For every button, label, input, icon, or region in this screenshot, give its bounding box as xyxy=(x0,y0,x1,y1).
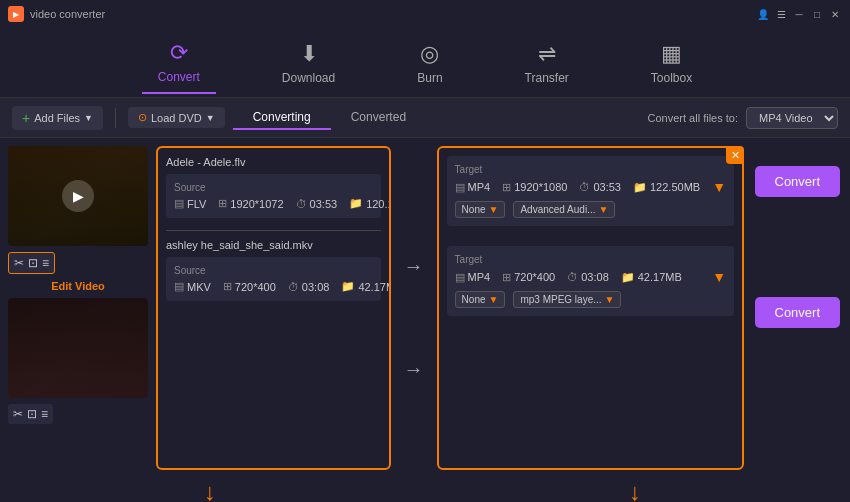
scissors-icon[interactable]: ✂ xyxy=(14,256,24,270)
crop-icon-2[interactable]: ⊡ xyxy=(27,407,37,421)
crop-icon[interactable]: ⊡ xyxy=(28,256,38,270)
convert-button-1[interactable]: Convert xyxy=(755,166,840,197)
resolution-icon-1: ⊞ xyxy=(218,197,227,210)
target-row-1: ▤ MP4 ⊞ 1920*1080 ⏱ 03:53 📁 122.50MB xyxy=(455,179,726,195)
audio-select-arrow-1a: ▼ xyxy=(489,204,499,215)
file-divider xyxy=(166,230,381,231)
size-tag-1: 📁 120.16MB xyxy=(349,197,390,210)
convert-buttons-panel: Convert Convert xyxy=(752,146,842,470)
close-output-button[interactable]: ✕ xyxy=(726,146,744,164)
settings-icon[interactable]: ≡ xyxy=(42,256,49,270)
nav-toolbox[interactable]: ▦ Toolbox xyxy=(635,33,708,93)
duration-tag-1: ⏱ 03:53 xyxy=(296,198,338,210)
duration-icon-1: ⏱ xyxy=(296,198,307,210)
target-size-icon-2: 📁 xyxy=(621,271,635,284)
output-annotation-arrow: ↓ xyxy=(629,478,641,502)
add-files-arrow-icon: ▼ xyxy=(84,113,93,123)
resolution-tag-2: ⊞ 720*400 xyxy=(223,280,276,293)
size-icon-1: 📁 xyxy=(349,197,363,210)
target-info-1: Target ▤ MP4 ⊞ 1920*1080 ⏱ 03:53 xyxy=(447,156,734,226)
app-logo: ▶ xyxy=(8,6,24,22)
target-res-icon-1: ⊞ xyxy=(502,181,511,194)
file-name-2: ashley he_said_she_said.mkv xyxy=(166,239,381,251)
load-dvd-arrow-icon: ▼ xyxy=(206,113,215,123)
convert-button-2[interactable]: Convert xyxy=(755,297,840,328)
edit-video-label: Edit Video xyxy=(8,280,148,292)
target-dur-icon-2: ⏱ xyxy=(567,271,578,283)
target-item-2: Target ▤ MP4 ⊞ 720*400 ⏱ 03:08 xyxy=(447,246,734,316)
input-annotation: ↓ Input File Information xyxy=(149,478,272,502)
nav-convert-label: Convert xyxy=(158,70,200,84)
target-dropdown-row-1: None ▼ Advanced Audi... ▼ xyxy=(455,201,726,218)
download-nav-icon: ⬇ xyxy=(300,41,318,67)
video-thumbnail-1: ▶ xyxy=(8,146,148,246)
audio-select-1b[interactable]: Advanced Audi... ▼ xyxy=(513,201,615,218)
target-item-1: Target ▤ MP4 ⊞ 1920*1080 ⏱ 03:53 xyxy=(447,156,734,226)
audio-select-arrow-2a: ▼ xyxy=(489,294,499,305)
file-item-1: Adele - Adele.flv Source ▤ FLV ⊞ 1920*10… xyxy=(166,156,381,218)
source-label-1: Source xyxy=(174,182,373,193)
target-dur-icon-1: ⏱ xyxy=(579,181,590,193)
toolbar-separator xyxy=(115,108,116,128)
nav-burn[interactable]: ◎ Burn xyxy=(401,33,458,93)
audio-select-2b[interactable]: mp3 MPEG laye... ▼ xyxy=(513,291,621,308)
annotations-bar: ↓ Input File Information ↓ Output File I… xyxy=(0,478,850,502)
file-name-1: Adele - Adele.flv xyxy=(166,156,381,168)
target-format-icon-1: ▤ xyxy=(455,181,465,194)
target-size-1: 📁 122.50MB xyxy=(633,181,700,194)
source-label-2: Source xyxy=(174,265,373,276)
resolution-icon-2: ⊞ xyxy=(223,280,232,293)
minimize-btn[interactable]: ─ xyxy=(792,7,806,21)
input-annotation-arrow: ↓ xyxy=(204,478,216,502)
tab-converting[interactable]: Converting xyxy=(233,106,331,130)
tab-group: Converting Converted xyxy=(233,106,426,130)
add-files-button[interactable]: + Add Files ▼ xyxy=(12,106,103,130)
toolbox-nav-icon: ▦ xyxy=(661,41,682,67)
target-res-icon-2: ⊞ xyxy=(502,271,511,284)
target-dropdown-icon-2[interactable]: ▼ xyxy=(712,269,726,285)
titlebar: ▶ video converter 👤 ☰ ─ □ ✕ xyxy=(0,0,850,28)
nav-toolbox-label: Toolbox xyxy=(651,71,692,85)
preview-panel: ▶ ✂ ⊡ ≡ Edit Video ✂ ⊡ ≡ xyxy=(8,146,148,470)
nav-transfer[interactable]: ⇌ Transfer xyxy=(509,33,585,93)
target-dur-1: ⏱ 03:53 xyxy=(579,181,621,193)
nav-convert[interactable]: ⟳ Convert xyxy=(142,32,216,94)
file-item-2: ashley he_said_she_said.mkv Source ▤ MKV… xyxy=(166,239,381,301)
target-format-2: ▤ MP4 xyxy=(455,271,491,284)
maximize-btn[interactable]: □ xyxy=(810,7,824,21)
settings-icon-2[interactable]: ≡ xyxy=(41,407,48,421)
load-dvd-button[interactable]: ⊙ Load DVD ▼ xyxy=(128,107,225,128)
file-info-1: Source ▤ FLV ⊞ 1920*1072 ⏱ 03:53 xyxy=(166,174,381,218)
file-info-row-2: ▤ MKV ⊞ 720*400 ⏱ 03:08 📁 42.17MB xyxy=(174,280,373,293)
arrow-right-2: → xyxy=(404,358,424,381)
nav-download[interactable]: ⬇ Download xyxy=(266,33,351,93)
target-row-2: ▤ MP4 ⊞ 720*400 ⏱ 03:08 📁 42.17MB xyxy=(455,269,726,285)
duration-tag-2: ⏱ 03:08 xyxy=(288,281,330,293)
audio-select-2a[interactable]: None ▼ xyxy=(455,291,506,308)
close-btn[interactable]: ✕ xyxy=(828,7,842,21)
target-dropdown-icon-1[interactable]: ▼ xyxy=(712,179,726,195)
size-tag-2: 📁 42.17MB xyxy=(341,280,390,293)
target-dropdown-row-2: None ▼ mp3 MPEG laye... ▼ xyxy=(455,291,726,308)
scissors-icon-2[interactable]: ✂ xyxy=(13,407,23,421)
tab-converted[interactable]: Converted xyxy=(331,106,426,130)
nav-download-label: Download xyxy=(282,71,335,85)
format-tag-2: ▤ MKV xyxy=(174,280,211,293)
duration-icon-2: ⏱ xyxy=(288,281,299,293)
add-files-label: Add Files xyxy=(34,112,80,124)
format-select[interactable]: MP4 Video xyxy=(746,107,838,129)
nav-transfer-label: Transfer xyxy=(525,71,569,85)
arrow-panel: → → xyxy=(399,146,429,470)
menu-icon[interactable]: ☰ xyxy=(774,7,788,21)
target-res-1: ⊞ 1920*1080 xyxy=(502,181,567,194)
format-tag-1: ▤ FLV xyxy=(174,197,206,210)
user-icon[interactable]: 👤 xyxy=(756,7,770,21)
play-button-1[interactable]: ▶ xyxy=(62,180,94,212)
file-info-row-1: ▤ FLV ⊞ 1920*1072 ⏱ 03:53 📁 120.16MB xyxy=(174,197,373,210)
navbar: ⟳ Convert ⬇ Download ◎ Burn ⇌ Transfer ▦… xyxy=(0,28,850,98)
convert-all-to-label: Convert all files to: xyxy=(648,112,738,124)
target-info-2: Target ▤ MP4 ⊞ 720*400 ⏱ 03:08 xyxy=(447,246,734,316)
convert-nav-icon: ⟳ xyxy=(170,40,188,66)
audio-select-1a[interactable]: None ▼ xyxy=(455,201,506,218)
transfer-nav-icon: ⇌ xyxy=(538,41,556,67)
